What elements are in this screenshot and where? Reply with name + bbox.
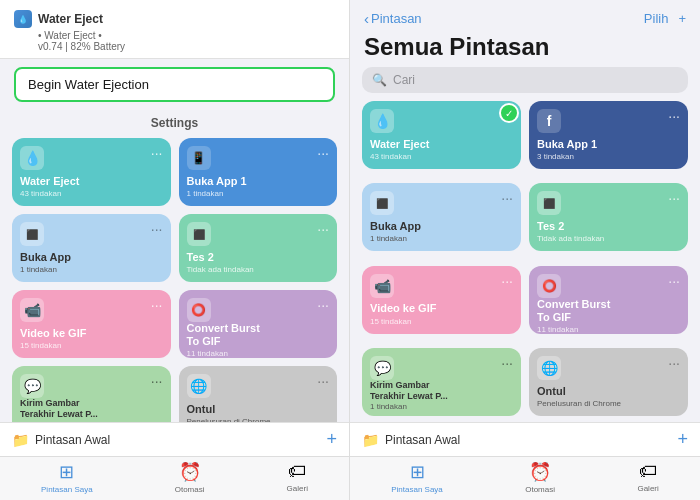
card-menu-buka[interactable]: ··· [151,222,163,236]
tab-label-otomasi-right: Otomasi [525,485,555,494]
card-menu-kirim[interactable]: ··· [151,374,163,388]
card-menu-buka1[interactable]: ··· [317,146,329,160]
nav-actions: Pilih + [644,11,686,26]
right-shortcut-buka-app-1[interactable]: f ··· Buka App 1 3 tindakan [529,101,688,169]
tab-label-galeri-right: Galeri [637,484,658,493]
right-shortcut-water-eject[interactable]: 💧 Water Eject 43 tindakan ✓ [362,101,521,169]
tab-icon-galeri-right: 🏷 [639,461,657,482]
shortcut-video-ke-gif[interactable]: 📹 ··· Video ke GIF 15 tindakan [12,290,171,358]
convert-burst-icon: ⭕ [187,298,211,322]
tab-otomasi-left[interactable]: ⏰ Otomasi [175,461,205,494]
shortcut-water-eject[interactable]: 💧 ··· Water Eject 43 tindakan [12,138,171,206]
buka-app-actions: 1 tindakan [20,265,163,274]
right-nav-bar: ‹ Pintasan Pilih + [350,0,700,31]
right-water-actions: 43 tindakan [370,152,513,161]
shortcut-tes-2[interactable]: ⬛ ··· Tes 2 Tidak ada tindakan [179,214,338,282]
right-kirim-name: Kirim GambarTerakhir Lewat P... [370,380,513,402]
right-water-icon: 💧 [370,109,394,133]
right-shortcut-convert-burst[interactable]: ⭕ ··· Convert BurstTo GIF 11 tindakan [529,266,688,334]
app-name: Water Eject [38,12,103,26]
right-shortcut-kirim-gambar[interactable]: 💬 ··· Kirim GambarTerakhir Lewat P... 1 … [362,348,521,416]
tes2-name: Tes 2 [187,251,330,264]
shortcut-buka-app-1[interactable]: 📱 ··· Buka App 1 1 tindakan [179,138,338,206]
right-shortcut-ontul[interactable]: 🌐 ··· Ontul Penelusuran di Chrome [529,348,688,416]
add-shortcut-btn-left[interactable]: + [326,429,337,450]
app-header: 💧 Water Eject • Water Eject •v0.74 | 82%… [0,0,349,59]
right-ontul-icon: 🌐 [537,356,561,380]
right-shortcut-buka-app[interactable]: ⬛ ··· Buka App 1 tindakan [362,183,521,251]
tab-pintasan-saya-right[interactable]: ⊞ Pintasan Saya [391,461,443,494]
tab-icon-pintasan-left: ⊞ [59,461,74,483]
back-button[interactable]: ‹ Pintasan [364,10,422,27]
right-buka-app-actions: 1 tindakan [370,234,513,243]
card-menu-tes2[interactable]: ··· [317,222,329,236]
kirim-gambar-name: Kirim GambarTerakhir Lewat P... [20,398,163,420]
search-input[interactable]: Cari [393,73,415,87]
right-shortcut-video-ke-gif[interactable]: 📹 ··· Video ke GIF 15 tindakan [362,266,521,334]
buka-app-name: Buka App [20,251,163,264]
shortcut-ontul[interactable]: 🌐 ··· Ontul Penelusuran di Chrome [179,366,338,422]
tab-galeri-left[interactable]: 🏷 Galeri [287,461,308,494]
right-video-gif-actions: 15 tindakan [370,317,513,326]
tab-galeri-right[interactable]: 🏷 Galeri [637,461,658,494]
right-tab-bar: ⊞ Pintasan Saya ⏰ Otomasi 🏷 Galeri [350,456,700,500]
buka-app-1-actions: 1 tindakan [187,189,330,198]
add-shortcut-btn-right[interactable]: + [677,429,688,450]
right-card-menu-fb[interactable]: ··· [668,109,680,123]
water-eject-actions: 43 tindakan [20,189,163,198]
add-shortcut-nav-btn[interactable]: + [678,11,686,26]
shortcut-buka-app[interactable]: ⬛ ··· Buka App 1 tindakan [12,214,171,282]
card-menu-ontul[interactable]: ··· [317,374,329,388]
right-card-menu-buka[interactable]: ··· [501,191,513,205]
right-tes2-name: Tes 2 [537,220,680,233]
search-icon: 🔍 [372,73,387,87]
water-eject-icon: 💧 [20,146,44,170]
right-card-menu-video[interactable]: ··· [501,274,513,288]
right-buka-app-icon: ⬛ [370,191,394,215]
selected-checkmark: ✓ [499,103,519,123]
begin-water-ejection-button[interactable]: Begin Water Ejection [14,67,335,102]
right-ontul-actions: Penelusuran di Chrome [537,399,680,408]
right-video-gif-name: Video ke GIF [370,302,513,315]
right-shortcut-tes-2[interactable]: ⬛ ··· Tes 2 Tidak ada tindakan [529,183,688,251]
shortcut-convert-burst[interactable]: ⭕ ··· Convert BurstTo GIF 11 tindakan [179,290,338,358]
page-title: Semua Pintasan [350,31,700,67]
back-chevron-icon: ‹ [364,10,369,27]
tab-icon-otomasi-left: ⏰ [179,461,201,483]
right-card-menu-burst[interactable]: ··· [668,274,680,288]
card-menu-burst[interactable]: ··· [317,298,329,312]
kirim-gambar-icon: 💬 [20,374,44,398]
settings-section-title: Settings [0,110,349,134]
right-card-menu-ontul[interactable]: ··· [668,356,680,370]
shortcut-kirim-gambar[interactable]: 💬 ··· Kirim GambarTerakhir Lewat P... 1 … [12,366,171,422]
buka-app-1-name: Buka App 1 [187,175,330,188]
ontul-name: Ontul [187,403,330,416]
folder-row-left: 📁 Pintasan Awal [12,432,110,448]
right-buka-app-name: Buka App [370,220,513,233]
tab-pintasan-saya-left[interactable]: ⊞ Pintasan Saya [41,461,93,494]
right-burst-icon: ⭕ [537,274,561,298]
right-ontul-name: Ontul [537,385,680,398]
convert-burst-name: Convert BurstTo GIF [187,322,330,348]
water-eject-name: Water Eject [20,175,163,188]
tes2-actions: Tidak ada tindakan [187,265,330,274]
search-bar[interactable]: 🔍 Cari [362,67,688,93]
left-phone-panel: 💧 Water Eject • Water Eject •v0.74 | 82%… [0,0,350,500]
video-gif-icon: 📹 [20,298,44,322]
right-burst-actions: 11 tindakan [537,325,680,334]
video-gif-actions: 15 tindakan [20,341,163,350]
pick-button[interactable]: Pilih [644,11,669,26]
right-card-menu-tes2[interactable]: ··· [668,191,680,205]
right-card-menu-kirim[interactable]: ··· [501,356,513,370]
tab-label-pintasan-left: Pintasan Saya [41,485,93,494]
folder-row-right: 📁 Pintasan Awal [362,432,460,448]
right-shortcuts-grid: 💧 Water Eject 43 tindakan ✓ f ··· Buka A… [350,101,700,422]
tab-label-pintasan-right: Pintasan Saya [391,485,443,494]
card-menu-video[interactable]: ··· [151,298,163,312]
tab-otomasi-right[interactable]: ⏰ Otomasi [525,461,555,494]
back-label: Pintasan [371,11,422,26]
tab-icon-galeri-left: 🏷 [288,461,306,482]
tab-label-galeri-left: Galeri [287,484,308,493]
card-menu-left-water[interactable]: ··· [151,146,163,160]
ontul-actions: Penelusuran di Chrome [187,417,330,422]
